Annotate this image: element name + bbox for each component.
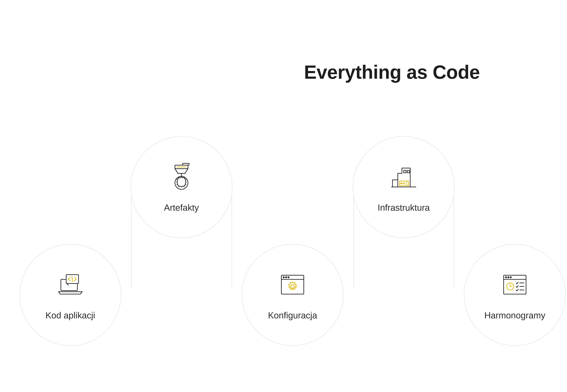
node-infrastruktura: Infrastruktura: [353, 136, 455, 238]
svg-point-7: [175, 176, 188, 189]
infrastructure-building-icon: [388, 162, 420, 193]
node-harmonogramy: Harmonogramy: [464, 244, 566, 346]
node-label: Kod aplikacji: [45, 310, 95, 321]
connector: [131, 194, 132, 288]
node-label: Konfiguracja: [268, 310, 317, 321]
diagram-container: Kod aplikacji Artefakty: [0, 136, 567, 352]
node-label: Harmonogramy: [484, 310, 545, 321]
code-laptop-icon: [55, 269, 86, 301]
svg-point-11: [286, 277, 287, 278]
config-window-icon: [277, 269, 308, 301]
connector: [454, 194, 454, 288]
node-label: Infrastruktura: [378, 202, 430, 213]
schedule-window-icon: [499, 269, 531, 301]
svg-point-26: [510, 277, 511, 278]
svg-point-19: [403, 183, 404, 184]
connector: [353, 194, 354, 288]
svg-rect-16: [407, 170, 410, 173]
node-kod-aplikacji: Kod aplikacji: [19, 244, 121, 346]
node-artefakty: Artefakty: [130, 136, 233, 238]
node-konfiguracja: Konfiguracja: [242, 244, 344, 346]
connector: [231, 194, 232, 288]
svg-point-12: [288, 277, 289, 278]
artifact-medal-icon: [166, 162, 197, 193]
svg-rect-4: [182, 163, 189, 165]
page-title: Everything as Code: [0, 61, 567, 83]
svg-point-18: [401, 183, 402, 184]
svg-point-10: [283, 277, 284, 278]
svg-point-13: [291, 285, 294, 288]
node-label: Artefakty: [164, 202, 199, 213]
svg-point-24: [505, 277, 507, 278]
svg-point-25: [508, 277, 509, 278]
svg-rect-15: [404, 170, 406, 173]
